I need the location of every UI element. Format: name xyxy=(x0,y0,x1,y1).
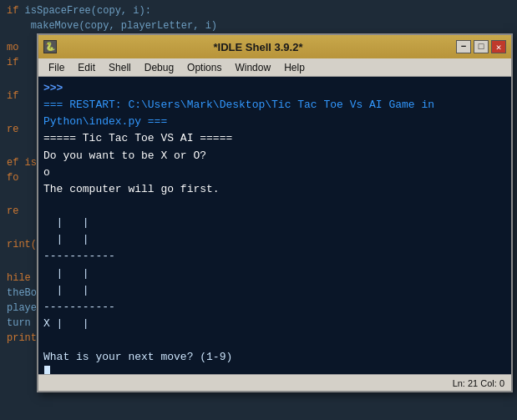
blank-line-1 xyxy=(43,198,506,215)
board-row-1-top: | | xyxy=(43,215,506,231)
title-bar-buttons: − □ ✕ xyxy=(456,40,506,53)
bg-line-2: makeMove(copy, playerLetter, i) xyxy=(7,18,510,33)
restart-line: === RESTART: C:\Users\Mark\Desktop\Tic T… xyxy=(43,97,506,130)
menu-help[interactable]: Help xyxy=(277,60,312,75)
status-bar: Ln: 21 Col: 0 xyxy=(38,374,511,391)
input-cursor-line[interactable] xyxy=(43,366,506,374)
menu-edit[interactable]: Edit xyxy=(71,60,102,75)
title-bar-icon: 🐍 xyxy=(43,40,57,53)
board-row-1-mid: | | xyxy=(43,231,506,248)
menu-debug[interactable]: Debug xyxy=(138,60,180,75)
window-title: *IDLE Shell 3.9.2* xyxy=(60,41,456,53)
board-divider-1: ----------- xyxy=(43,248,506,265)
xo-question: Do you want to be X or O? xyxy=(43,148,506,164)
menu-window[interactable]: Window xyxy=(228,60,277,75)
board-row-2-top: | | xyxy=(43,266,506,282)
menu-shell[interactable]: Shell xyxy=(102,60,138,75)
board-divider-2: ----------- xyxy=(43,299,506,316)
bg-line-1: if isSpaceFree(copy, i): xyxy=(7,3,510,18)
move-question-line: What is your next move? (1-9) xyxy=(43,349,506,366)
title-bar: 🐍 *IDLE Shell 3.9.2* − □ ✕ xyxy=(38,35,511,58)
move-question-text: What is your next move? (1-9) xyxy=(43,349,232,366)
board-row-2-mid: | | xyxy=(43,282,506,299)
maximize-button[interactable]: □ xyxy=(474,40,489,53)
board-row-3-x: X | | xyxy=(43,316,506,332)
user-input-o: o xyxy=(43,164,506,181)
game-title-line: ===== Tic Tac Toe VS AI ===== xyxy=(43,130,506,147)
minimize-button[interactable]: − xyxy=(456,40,471,53)
idle-window: 🐍 *IDLE Shell 3.9.2* − □ ✕ File Edit She… xyxy=(37,33,513,392)
prompt-line: >>> xyxy=(43,80,506,97)
text-cursor xyxy=(44,366,50,374)
menu-bar: File Edit Shell Debug Options Window Hel… xyxy=(38,58,511,77)
close-button[interactable]: ✕ xyxy=(491,40,506,53)
blank-line-2 xyxy=(43,332,506,349)
shell-area[interactable]: >>> === RESTART: C:\Users\Mark\Desktop\T… xyxy=(38,77,511,374)
menu-options[interactable]: Options xyxy=(180,60,228,75)
menu-file[interactable]: File xyxy=(42,60,71,75)
cursor-position: Ln: 21 Col: 0 xyxy=(453,378,504,388)
computer-first-msg: The computer will go first. xyxy=(43,181,506,198)
